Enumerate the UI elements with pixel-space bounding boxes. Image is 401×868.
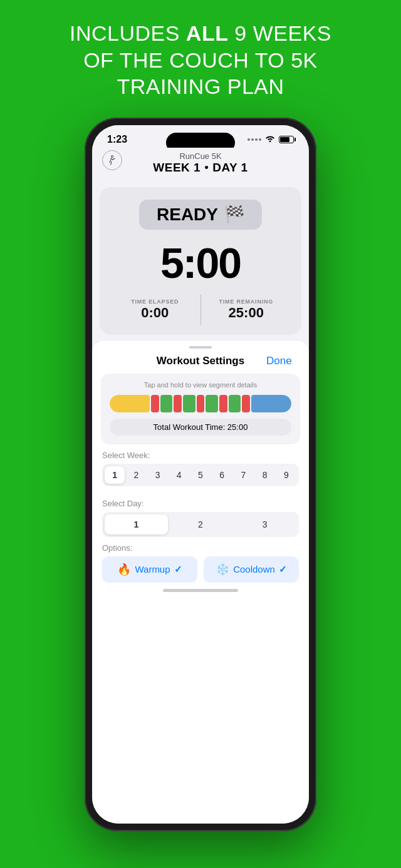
week-selector: 1 2 3 4 5 6 7 8 9 (102, 464, 299, 486)
timer-display: 5:00 (160, 238, 241, 287)
status-time: 1:23 (107, 134, 127, 145)
day-btn-1[interactable]: 1 (105, 514, 168, 534)
phone-screen: 1:23 (92, 125, 309, 824)
time-elapsed-value: 0:00 (110, 305, 200, 321)
segment-bar (110, 395, 291, 412)
time-elapsed: TIME ELAPSED 0:00 (110, 295, 201, 325)
headline-bold: ALL (186, 21, 229, 45)
segment-walk-2[interactable] (183, 395, 195, 412)
workout-area: READY 🏁 5:00 TIME ELAPSED 0:00 TIME REMA… (100, 187, 301, 335)
wifi-icon (265, 135, 275, 144)
day-btn-3[interactable]: 3 (233, 514, 296, 534)
week-btn-7[interactable]: 7 (233, 466, 253, 484)
segment-walk-4[interactable] (229, 395, 241, 412)
cooldown-option-button[interactable]: ❄️ Cooldown ✓ (204, 556, 299, 583)
home-indicator (163, 589, 238, 592)
total-time-badge: Total Workout Time: 25:00 (110, 419, 291, 436)
week-btn-5[interactable]: 5 (190, 466, 211, 484)
segment-run-3[interactable] (197, 395, 205, 412)
day-label: DAY 1 (212, 161, 247, 174)
warmup-icon: 🔥 (117, 563, 131, 576)
ready-text: READY (157, 205, 218, 225)
segment-warmup[interactable] (110, 395, 150, 412)
week-btn-1[interactable]: 1 (105, 466, 125, 484)
segment-run-4[interactable] (219, 395, 227, 412)
svg-point-0 (112, 155, 113, 157)
runner-icon (102, 150, 122, 170)
day-section: Select Day: 1 2 3 (92, 493, 309, 537)
signal-dot-3 (255, 138, 258, 141)
battery-icon (279, 136, 294, 143)
warmup-label: Warmup (135, 564, 170, 574)
time-remaining: TIME REMAINING 25:00 (201, 295, 292, 325)
phone-shell: 1:23 (85, 118, 316, 831)
week-btn-4[interactable]: 4 (169, 466, 189, 484)
options-section: Options: 🔥 Warmup ✓ ❄️ Cooldown ✓ (92, 537, 309, 583)
segment-walk-3[interactable] (206, 395, 217, 412)
cooldown-icon: ❄️ (216, 563, 229, 576)
week-selector-label: Select Week: (102, 451, 299, 460)
segment-cooldown[interactable] (251, 395, 291, 412)
segment-section: Tap and hold to view segment details Tot… (101, 374, 300, 444)
day-selector: 1 2 3 (102, 512, 299, 537)
time-elapsed-label: TIME ELAPSED (110, 299, 200, 305)
warmup-option-button[interactable]: 🔥 Warmup ✓ (102, 556, 197, 583)
done-button[interactable]: Done (266, 355, 296, 367)
week-btn-2[interactable]: 2 (126, 466, 146, 484)
app-header: RunCue 5K WEEK 1•DAY 1 (92, 148, 309, 181)
bottom-sheet: Workout Settings Done Tap and hold to vi… (92, 341, 309, 824)
time-remaining-label: TIME REMAINING (201, 299, 292, 305)
headline-prefix: INCLUDES (70, 21, 186, 45)
signal-dot-2 (251, 138, 254, 141)
segment-hint: Tap and hold to view segment details (110, 381, 291, 389)
ready-badge: READY 🏁 (139, 200, 262, 230)
signal-dot-1 (247, 138, 250, 141)
total-time-center: Total Workout Time: 25:00 (110, 412, 291, 436)
separator: • (204, 161, 209, 174)
headline: INCLUDES ALL 9 WEEKSOF THE COUCH TO 5KTR… (57, 20, 344, 100)
battery-fill (280, 137, 289, 142)
app-name: RunCue 5K (179, 151, 221, 161)
warmup-check-icon: ✓ (174, 564, 182, 575)
options-row: 🔥 Warmup ✓ ❄️ Cooldown ✓ (102, 556, 299, 583)
cooldown-check-icon: ✓ (279, 564, 287, 575)
time-remaining-value: 25:00 (201, 305, 292, 321)
week-btn-6[interactable]: 6 (212, 466, 232, 484)
week-label: WEEK 1 (153, 161, 200, 174)
sheet-header: Workout Settings Done (92, 349, 309, 374)
checkered-flag-icon: 🏁 (224, 205, 244, 224)
status-icons (247, 135, 294, 144)
options-label: Options: (102, 543, 299, 553)
week-day-label: WEEK 1•DAY 1 (153, 161, 247, 175)
week-section: Select Week: 1 2 3 4 5 6 7 8 9 (92, 444, 309, 486)
week-btn-9[interactable]: 9 (276, 466, 296, 484)
segment-run-5[interactable] (242, 395, 250, 412)
day-btn-2[interactable]: 2 (169, 514, 232, 534)
cooldown-label: Cooldown (233, 564, 275, 574)
sheet-title: Workout Settings (135, 355, 266, 367)
signal-dots (247, 138, 261, 141)
segment-run-1[interactable] (151, 395, 159, 412)
week-btn-3[interactable]: 3 (147, 466, 167, 484)
status-bar: 1:23 (92, 125, 309, 148)
segment-run-2[interactable] (174, 395, 182, 412)
segment-walk-1[interactable] (160, 395, 172, 412)
week-btn-8[interactable]: 8 (255, 466, 275, 484)
time-stats: TIME ELAPSED 0:00 TIME REMAINING 25:00 (110, 295, 291, 325)
signal-dot-4 (259, 138, 261, 141)
day-selector-label: Select Day: (102, 499, 299, 508)
